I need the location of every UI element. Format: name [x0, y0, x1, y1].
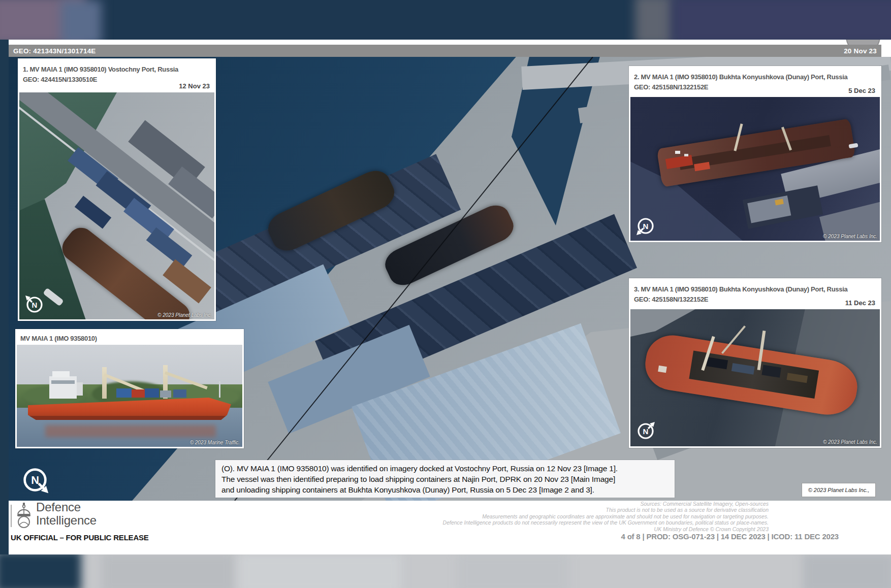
geo-coordinates-bar: GEO: 421343N/1301714E 20 Nov 23	[9, 45, 881, 57]
inset-image-3: 3. MV MAIA 1 (IMO 9358010) Bukhta Konyus…	[629, 278, 881, 448]
org-name-line2: Intelligence	[36, 514, 97, 527]
background-left-edge	[0, 40, 9, 554]
bow-mast	[219, 381, 220, 398]
caption-line-2: The vessel was then identified preparing…	[221, 474, 669, 484]
disclaimer-line: UK Ministry of Defence © Crown Copyright…	[383, 526, 769, 532]
container	[116, 388, 132, 398]
north-compass-icon: N	[19, 464, 51, 496]
disclaimer-line: This product is not to be used as a sour…	[383, 507, 769, 513]
container	[707, 357, 728, 369]
main-geo-coordinates: GEO: 421343N/1301714E	[13, 47, 96, 55]
background-top-band	[0, 0, 891, 41]
container	[173, 389, 186, 398]
svg-text:N: N	[643, 222, 649, 231]
inset-3-copyright: © 2023 Planet Labs Inc.	[823, 439, 877, 445]
ship-deck	[689, 351, 819, 399]
inset-1-copyright: © 2023 Planet Labs Inc.	[157, 312, 212, 318]
container	[786, 373, 808, 383]
org-name-line1: Defence	[36, 501, 97, 514]
barge-deck	[747, 195, 791, 223]
north-compass-icon: N	[23, 293, 46, 316]
inset-image-1: 1. MV MAIA 1 (IMO 9358010) Vostochny Por…	[18, 58, 216, 321]
boot-top-stripe	[28, 416, 231, 420]
inset-1-header: 1. MV MAIA 1 (IMO 9358010) Vostochny Por…	[19, 60, 214, 92]
background-blob	[0, 553, 81, 588]
main-image-copyright: © 2023 Planet Labs Inc.,	[808, 487, 870, 493]
document-page: GEO: 421343N/1301714E 20 Nov 23	[9, 40, 891, 554]
inset-3-satellite-image: N © 2023 Planet Labs Inc.	[630, 309, 880, 446]
inset-2-satellite-image: N © 2023 Planet Labs Inc.	[630, 97, 880, 241]
svg-text:N: N	[31, 474, 39, 486]
ship-photo-title: MV MAIA 1 (IMO 9358010)	[20, 334, 238, 344]
svg-text:N: N	[643, 427, 649, 436]
ship-photo-copyright: © 2023 Marine Traffic.	[190, 440, 240, 445]
classification-marking: UK OFFICIAL – FOR PUBLIC RELEASE	[11, 533, 149, 542]
inset-3-geo: GEO: 425158N/1322152E	[634, 295, 875, 305]
inset-image-2: 2. MV MAIA 1 (IMO 9358010) Bukhta Konyus…	[629, 66, 881, 242]
background-blob	[102, 553, 234, 588]
ship-photo-image: © 2023 Marine Traffic.	[17, 345, 242, 447]
hull-reflection	[45, 425, 216, 437]
funnel	[77, 382, 83, 396]
deck-structure	[658, 366, 667, 373]
bridge-deck	[52, 371, 70, 377]
container	[132, 389, 145, 398]
background-blob	[457, 553, 569, 588]
bridge-windows	[51, 380, 75, 384]
background-blob	[635, 0, 676, 41]
main-image-copyright-box: © 2023 Planet Labs Inc.,	[802, 483, 876, 497]
inset-2-date: 5 Dec 23	[848, 87, 875, 94]
intelligence-report-page: GEO: 421343N/1301714E 20 Nov 23	[0, 0, 891, 588]
container	[761, 365, 781, 377]
inset-2-header: 2. MV MAIA 1 (IMO 9358010) Bukhta Konyus…	[630, 68, 880, 97]
north-compass-icon: N	[634, 420, 657, 442]
background-blob	[803, 553, 891, 588]
background-bottom-band	[0, 553, 891, 588]
background-blob	[239, 553, 401, 588]
svg-text:N: N	[32, 301, 38, 309]
container	[160, 390, 171, 398]
crown-icon	[15, 503, 33, 529]
crane-post	[102, 367, 107, 399]
org-name: Defence Intelligence	[36, 501, 97, 527]
caption-box: (O). MV MAIA 1 (IMO 9358010) was identif…	[215, 460, 675, 498]
inset-1-date: 12 Nov 23	[179, 82, 210, 90]
inset-3-date: 11 Dec 23	[845, 299, 875, 307]
inset-1-satellite-image: N © 2023 Planet Labs Inc.	[19, 92, 214, 319]
disclaimer-line: Sources: Commercial Satellite Imagery, O…	[383, 501, 769, 507]
container	[731, 363, 755, 375]
caption-line-3: and unloading shipping containers at Buk…	[221, 484, 669, 495]
ship-reference-photo: MV MAIA 1 (IMO 9358010)	[15, 329, 244, 448]
container	[145, 388, 159, 398]
ship-superstructure	[49, 376, 77, 399]
deck-structure	[675, 151, 680, 154]
background-blob	[61, 0, 102, 41]
caption-line-1: (O). MV MAIA 1 (IMO 9358010) was identif…	[221, 463, 669, 474]
ship-photo-header: MV MAIA 1 (IMO 9358010)	[17, 331, 242, 345]
inset-2-copyright: © 2023 Planet Labs Inc.	[823, 234, 877, 239]
deck-structure	[684, 154, 688, 156]
product-reference-line: 4 of 8 | PROD: OSG-071-23 | 14 DEC 2023 …	[621, 532, 839, 541]
logo-divider	[11, 505, 12, 527]
inset-3-title: 3. MV MAIA 1 (IMO 9358010) Bukhta Konyus…	[634, 284, 875, 295]
north-compass-icon: N	[634, 215, 657, 237]
disclaimer-line: Measurements and geographic coordinates …	[383, 513, 769, 519]
disclaimer-line: Defence Intelligence products do not nec…	[383, 519, 769, 526]
inset-2-geo: GEO: 425158N/1322152E	[634, 82, 875, 92]
inset-3-header: 3. MV MAIA 1 (IMO 9358010) Bukhta Konyus…	[630, 280, 880, 309]
inset-2-title: 2. MV MAIA 1 (IMO 9358010) Bukhta Konyus…	[634, 72, 875, 82]
main-date: 20 Nov 23	[844, 47, 877, 55]
inset-1-title: 1. MV MAIA 1 (IMO 9358010) Vostochny Por…	[23, 64, 210, 75]
disclaimer-block: Sources: Commercial Satellite Imagery, O…	[383, 501, 769, 532]
background-blob	[671, 0, 891, 41]
